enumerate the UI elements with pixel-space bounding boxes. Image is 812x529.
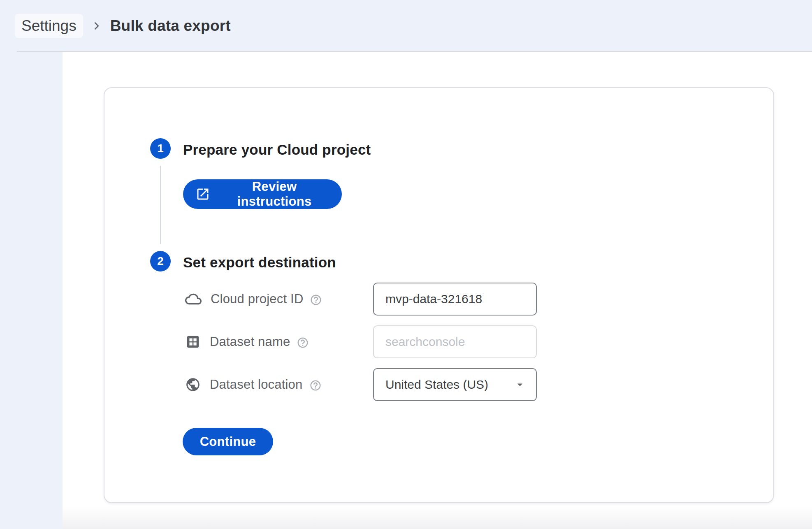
main-content: 1 Prepare your Cloud project Review inst… — [63, 52, 812, 529]
chevron-down-icon — [514, 378, 526, 391]
cloud-icon — [185, 291, 202, 307]
review-instructions-label: Review instructions — [219, 179, 329, 209]
chevron-right-icon — [90, 20, 103, 32]
dataset-name-row: Dataset name — [104, 325, 773, 358]
breadcrumb-settings-link[interactable]: Settings — [15, 14, 83, 38]
dataset-location-value: United States (US) — [385, 378, 514, 392]
review-instructions-button[interactable]: Review instructions — [183, 179, 342, 209]
help-icon[interactable] — [309, 379, 322, 392]
search-console-settings-page: Settings Bulk data export 1 Prepare your… — [0, 0, 812, 529]
dataset-name-input[interactable] — [373, 325, 537, 358]
step-1-title: Prepare your Cloud project — [183, 142, 371, 158]
cloud-project-id-label: Cloud project ID — [211, 292, 303, 306]
step-2-badge: 2 — [150, 251, 171, 271]
step-1-badge: 1 — [150, 138, 171, 159]
dataset-location-row: Dataset location United States (US) — [104, 368, 773, 401]
globe-icon — [185, 377, 201, 392]
bulk-export-card: 1 Prepare your Cloud project Review inst… — [104, 87, 774, 503]
open-in-new-icon — [195, 187, 210, 202]
dataset-location-select[interactable]: United States (US) — [373, 368, 537, 401]
help-icon[interactable] — [297, 336, 309, 349]
sidebar-strip — [0, 52, 63, 529]
page-title: Bulk data export — [110, 17, 231, 35]
cloud-project-id-row: Cloud project ID — [104, 283, 773, 316]
breadcrumb: Settings Bulk data export — [0, 0, 812, 52]
continue-label: Continue — [200, 434, 256, 449]
step-connector-line — [160, 166, 161, 244]
dataset-icon — [185, 334, 201, 350]
dataset-location-label: Dataset location — [210, 377, 303, 392]
cloud-project-id-input[interactable] — [373, 283, 537, 316]
continue-button[interactable]: Continue — [183, 428, 273, 455]
help-icon[interactable] — [310, 294, 322, 306]
dataset-name-label: Dataset name — [210, 334, 290, 349]
step-2-title: Set export destination — [183, 254, 336, 271]
